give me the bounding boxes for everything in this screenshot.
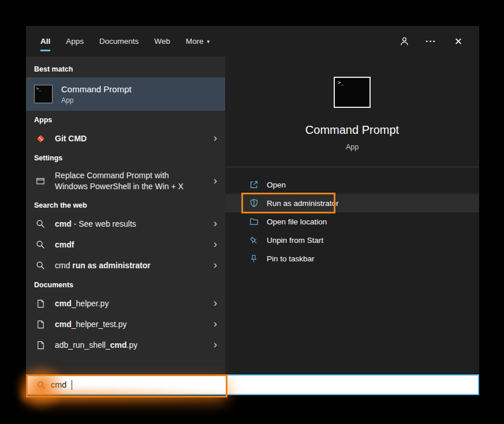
search-icon xyxy=(34,240,47,249)
best-match-subtitle: App xyxy=(61,96,132,104)
chevron-right-icon[interactable]: › xyxy=(214,318,219,331)
console-window-icon xyxy=(34,177,47,186)
preview-actions: Open Run as administrator xyxy=(225,175,479,268)
document-icon xyxy=(34,320,47,329)
tab-more-label: More xyxy=(186,37,204,46)
action-label: Unpin from Start xyxy=(267,236,323,245)
result-web-cmdf[interactable]: cmdf › xyxy=(26,234,225,255)
chevron-right-icon[interactable]: › xyxy=(214,175,219,187)
result-web-cmd[interactable]: cmd - See web results › xyxy=(26,213,225,234)
action-pin-to-taskbar[interactable]: Pin to taskbar xyxy=(225,249,479,268)
command-prompt-icon-large: >_ xyxy=(334,77,371,108)
chevron-down-icon: ▾ xyxy=(207,39,210,44)
text-caret xyxy=(72,380,72,390)
tab-more[interactable]: More ▾ xyxy=(186,26,210,57)
tab-apps[interactable]: Apps xyxy=(66,26,84,57)
search-icon xyxy=(34,261,47,270)
action-label: Pin to taskbar xyxy=(267,254,315,263)
open-icon xyxy=(249,180,259,189)
section-header-search-web: Search the web xyxy=(26,196,225,213)
preview-header: >_ Command Prompt App xyxy=(225,77,479,151)
unpin-icon xyxy=(248,234,261,247)
action-open-file-location[interactable]: Open file location xyxy=(225,212,479,231)
action-open[interactable]: Open xyxy=(225,175,479,194)
result-git-cmd[interactable]: Git CMD › xyxy=(26,128,225,149)
search-tab-bar: All Apps Documents Web More ▾ xyxy=(26,26,479,57)
results-panel: Best match >_ Command Prompt App Apps xyxy=(26,57,225,374)
result-label: Replace Command Prompt with Windows Powe… xyxy=(55,170,206,192)
document-icon xyxy=(34,299,47,308)
result-replace-command-prompt[interactable]: Replace Command Prompt with Windows Powe… xyxy=(26,166,225,196)
result-doc-adb-run-shell-cmd[interactable]: adb_run_shell_cmd.py › xyxy=(26,335,225,355)
close-icon: × xyxy=(455,35,462,48)
chevron-right-icon[interactable]: › xyxy=(214,238,219,251)
tab-all[interactable]: All xyxy=(40,26,50,57)
result-label: adb_run_shell_cmd.py xyxy=(55,340,206,350)
terminal-prompt-glyph: >_ xyxy=(338,80,344,85)
tab-web[interactable]: Web xyxy=(154,26,170,57)
search-input[interactable]: cmd xyxy=(51,380,66,389)
section-header-best-match: Best match xyxy=(26,60,225,77)
section-header-apps: Apps xyxy=(26,111,225,128)
tab-documents[interactable]: Documents xyxy=(99,26,139,57)
close-button[interactable]: × xyxy=(453,36,464,47)
options-button[interactable]: ••• xyxy=(425,36,437,47)
folder-icon xyxy=(249,217,259,226)
result-label: cmd - See web results xyxy=(55,219,206,229)
action-run-as-administrator[interactable]: Run as administrator xyxy=(225,194,479,212)
ellipsis-icon: ••• xyxy=(426,39,436,44)
desktop-background: All Apps Documents Web More ▾ xyxy=(0,0,504,424)
chevron-right-icon[interactable]: › xyxy=(214,339,219,351)
result-label: cmd_helper.py xyxy=(55,298,206,309)
terminal-prompt-glyph: >_ xyxy=(36,87,41,91)
action-unpin-from-start[interactable]: Unpin from Start xyxy=(225,231,479,249)
search-icon xyxy=(37,381,46,389)
action-label: Open xyxy=(267,181,286,189)
pin-icon xyxy=(249,254,259,263)
result-label: cmdf xyxy=(55,239,206,250)
git-icon xyxy=(34,134,47,144)
tab-bar-actions: ••• × xyxy=(398,36,464,47)
command-prompt-icon: >_ xyxy=(34,85,53,103)
search-icon xyxy=(34,219,47,228)
start-search-flyout: All Apps Documents Web More ▾ xyxy=(26,26,479,395)
section-header-documents: Documents xyxy=(26,276,225,293)
search-content: Best match >_ Command Prompt App Apps xyxy=(26,57,479,374)
preview-divider xyxy=(225,167,479,167)
preview-app-title: Command Prompt xyxy=(305,123,399,137)
account-button[interactable] xyxy=(398,36,410,47)
search-bar[interactable]: cmd xyxy=(26,374,479,395)
shield-icon xyxy=(249,198,259,208)
action-label: Open file location xyxy=(267,217,327,226)
result-doc-cmd-helper-test[interactable]: cmd_helper_test.py › xyxy=(26,314,225,335)
preview-panel: >_ Command Prompt App Open xyxy=(225,57,479,374)
annotation-glow xyxy=(21,387,247,403)
result-label: cmd run as administrator xyxy=(55,260,206,271)
section-header-settings: Settings xyxy=(26,149,225,166)
chevron-right-icon[interactable]: › xyxy=(214,297,219,310)
result-web-cmd-run-as-admin[interactable]: cmd run as administrator › xyxy=(26,255,225,276)
chevron-right-icon[interactable]: › xyxy=(214,217,219,230)
result-doc-cmd-helper[interactable]: cmd_helper.py › xyxy=(26,293,225,314)
chevron-right-icon[interactable]: › xyxy=(214,132,219,145)
best-match-text: Command Prompt App xyxy=(61,84,132,104)
chevron-right-icon[interactable]: › xyxy=(214,259,219,272)
document-icon xyxy=(34,341,47,350)
action-label: Run as administrator xyxy=(267,199,339,208)
person-icon xyxy=(400,36,409,46)
preview-app-subtitle: App xyxy=(346,143,359,151)
best-match-title: Command Prompt xyxy=(61,84,132,94)
best-match-command-prompt[interactable]: >_ Command Prompt App xyxy=(26,77,225,111)
result-label: Git CMD xyxy=(55,133,206,144)
result-label: cmd_helper_test.py xyxy=(55,319,206,329)
